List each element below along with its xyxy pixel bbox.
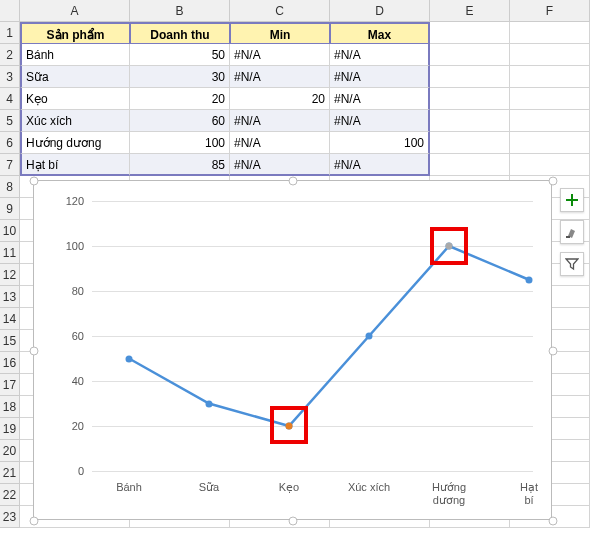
cell-A3[interactable]: Sữa — [20, 66, 130, 88]
cell-E7[interactable] — [430, 154, 510, 176]
cell-A6[interactable]: Hướng dương — [20, 132, 130, 154]
data-point-banh[interactable] — [126, 355, 133, 362]
cell-B6[interactable]: 100 — [130, 132, 230, 154]
row-header-14[interactable]: 14 — [0, 308, 20, 330]
cell-F3[interactable] — [510, 66, 590, 88]
cell-A4[interactable]: Kẹo — [20, 88, 130, 110]
row-header-2[interactable]: 2 — [0, 44, 20, 66]
cell-C3[interactable]: #N/A — [230, 66, 330, 88]
row-header-12[interactable]: 12 — [0, 264, 20, 286]
xtick-huongduong: Hướng dương — [432, 481, 466, 507]
col-header-A[interactable]: A — [20, 0, 130, 22]
cell-C5[interactable]: #N/A — [230, 110, 330, 132]
highlight-min-box — [270, 406, 308, 444]
chart-styles-button[interactable] — [560, 220, 584, 244]
cell-E4[interactable] — [430, 88, 510, 110]
row-header-13[interactable]: 13 — [0, 286, 20, 308]
row-header-15[interactable]: 15 — [0, 330, 20, 352]
cell-F4[interactable] — [510, 88, 590, 110]
cell-D7[interactable]: #N/A — [330, 154, 430, 176]
data-point-sua[interactable] — [206, 400, 213, 407]
cell-E6[interactable] — [430, 132, 510, 154]
chart-plot-area[interactable]: 120 100 80 60 40 20 0 Bánh Sữa Kẹo Xúc x… — [34, 181, 551, 519]
cell-B2[interactable]: 50 — [130, 44, 230, 66]
cell-F7[interactable] — [510, 154, 590, 176]
col-header-E[interactable]: E — [430, 0, 510, 22]
cell-A5[interactable]: Xúc xích — [20, 110, 130, 132]
col-header-B[interactable]: B — [130, 0, 230, 22]
cell-A7[interactable]: Hạt bí — [20, 154, 130, 176]
data-point-xucxich[interactable] — [366, 333, 373, 340]
cell-D5[interactable]: #N/A — [330, 110, 430, 132]
xtick-hatbi: Hạt bí — [518, 481, 540, 507]
table-header-min[interactable]: Min — [230, 22, 330, 44]
cell-E3[interactable] — [430, 66, 510, 88]
row-header-10[interactable]: 10 — [0, 220, 20, 242]
row-header-11[interactable]: 11 — [0, 242, 20, 264]
row-header-7[interactable]: 7 — [0, 154, 20, 176]
col-header-C[interactable]: C — [230, 0, 330, 22]
row-header-9[interactable]: 9 — [0, 198, 20, 220]
cell-C6[interactable]: #N/A — [230, 132, 330, 154]
table-header-max[interactable]: Max — [330, 22, 430, 44]
col-header-F[interactable]: F — [510, 0, 590, 22]
row-header-16[interactable]: 16 — [0, 352, 20, 374]
cell-D3[interactable]: #N/A — [330, 66, 430, 88]
table-header-product[interactable]: Sản phẩm — [20, 22, 130, 44]
cell-B5[interactable]: 60 — [130, 110, 230, 132]
xtick-xucxich: Xúc xích — [348, 481, 390, 494]
cell-D4[interactable]: #N/A — [330, 88, 430, 110]
data-point-hatbi[interactable] — [526, 276, 533, 283]
row-header-17[interactable]: 17 — [0, 374, 20, 396]
cell-E1[interactable] — [430, 22, 510, 44]
ytick-80: 80 — [54, 285, 84, 297]
row-header-22[interactable]: 22 — [0, 484, 20, 506]
row-header-6[interactable]: 6 — [0, 132, 20, 154]
cell-C7[interactable]: #N/A — [230, 154, 330, 176]
table-header-revenue[interactable]: Doanh thu — [130, 22, 230, 44]
ytick-0: 0 — [54, 465, 84, 477]
row-header-19[interactable]: 19 — [0, 418, 20, 440]
cell-C2[interactable]: #N/A — [230, 44, 330, 66]
row-header-1[interactable]: 1 — [0, 22, 20, 44]
cell-F1[interactable] — [510, 22, 590, 44]
row-header-4[interactable]: 4 — [0, 88, 20, 110]
cell-D2[interactable]: #N/A — [330, 44, 430, 66]
cell-F5[interactable] — [510, 110, 590, 132]
cell-D6[interactable]: 100 — [330, 132, 430, 154]
cell-F2[interactable] — [510, 44, 590, 66]
ytick-20: 20 — [54, 420, 84, 432]
ytick-60: 60 — [54, 330, 84, 342]
row-header-23[interactable]: 23 — [0, 506, 20, 528]
cell-B4[interactable]: 20 — [130, 88, 230, 110]
ytick-100: 100 — [54, 240, 84, 252]
funnel-icon — [565, 257, 579, 271]
paintbrush-icon — [565, 225, 579, 239]
embedded-chart[interactable]: 120 100 80 60 40 20 0 Bánh Sữa Kẹo Xúc x… — [33, 180, 552, 520]
xtick-banh: Bánh — [116, 481, 142, 494]
svg-rect-8 — [566, 236, 570, 238]
chart-elements-button[interactable] — [560, 188, 584, 212]
row-header-18[interactable]: 18 — [0, 396, 20, 418]
ytick-120: 120 — [54, 195, 84, 207]
cell-A2[interactable]: Bánh — [20, 44, 130, 66]
cell-E5[interactable] — [430, 110, 510, 132]
select-all-corner[interactable] — [0, 0, 20, 22]
xtick-sua: Sữa — [199, 481, 219, 494]
cell-C4[interactable]: 20 — [230, 88, 330, 110]
row-header-5[interactable]: 5 — [0, 110, 20, 132]
plus-icon — [565, 193, 579, 207]
cell-E2[interactable] — [430, 44, 510, 66]
cell-F6[interactable] — [510, 132, 590, 154]
highlight-max-box — [430, 227, 468, 265]
row-header-8[interactable]: 8 — [0, 176, 20, 198]
ytick-40: 40 — [54, 375, 84, 387]
row-header-21[interactable]: 21 — [0, 462, 20, 484]
cell-B7[interactable]: 85 — [130, 154, 230, 176]
row-header-20[interactable]: 20 — [0, 440, 20, 462]
col-header-D[interactable]: D — [330, 0, 430, 22]
row-header-3[interactable]: 3 — [0, 66, 20, 88]
chart-filters-button[interactable] — [560, 252, 584, 276]
cell-B3[interactable]: 30 — [130, 66, 230, 88]
xtick-keo: Kẹo — [279, 481, 299, 494]
